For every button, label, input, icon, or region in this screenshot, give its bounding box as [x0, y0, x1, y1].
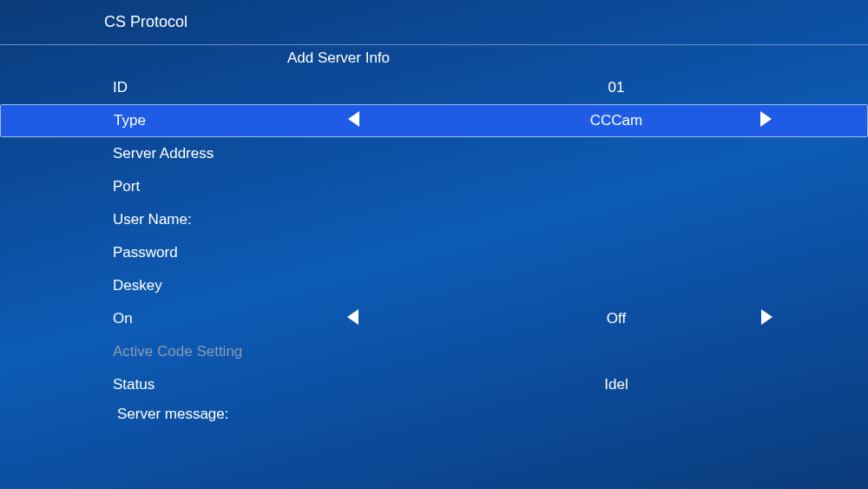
- row-user-name-label: User Name:: [87, 211, 347, 228]
- row-type-label: Type: [88, 112, 348, 129]
- row-id[interactable]: ID 01: [0, 71, 868, 104]
- on-arrow-left-wrap[interactable]: [347, 309, 358, 329]
- row-on[interactable]: On Off: [0, 302, 868, 335]
- type-arrow-right-wrap[interactable]: [760, 111, 772, 131]
- section-title: Add Server Info: [208, 50, 469, 67]
- row-password[interactable]: Password: [0, 236, 868, 269]
- row-id-value-area: 01: [347, 79, 781, 96]
- row-id-label: ID: [87, 79, 347, 96]
- row-server-address[interactable]: Server Address: [0, 137, 868, 170]
- page-header: CS Protocol: [0, 0, 868, 44]
- row-deskey[interactable]: Deskey: [0, 269, 868, 302]
- row-on-label: On: [87, 310, 347, 327]
- chevron-left-icon: [347, 309, 358, 325]
- row-status-label: Status: [87, 376, 347, 393]
- chevron-right-icon: [760, 111, 772, 127]
- row-on-value-area: Off: [347, 310, 781, 327]
- row-deskey-label: Deskey: [87, 277, 347, 294]
- row-server-message: Server message:: [0, 401, 868, 427]
- page-title: CS Protocol: [104, 13, 868, 31]
- chevron-right-icon: [761, 309, 773, 325]
- row-type[interactable]: Type CCCam: [0, 104, 868, 137]
- row-password-label: Password: [87, 244, 347, 261]
- row-port-label: Port: [87, 178, 347, 195]
- row-port[interactable]: Port: [0, 170, 868, 203]
- on-arrow-right-wrap[interactable]: [761, 309, 773, 329]
- chevron-left-icon: [348, 111, 359, 127]
- row-status-value: Idel: [347, 376, 781, 393]
- row-on-value: Off: [347, 310, 781, 327]
- row-type-value: CCCam: [348, 112, 780, 129]
- row-id-value: 01: [347, 79, 781, 96]
- row-active-code-label: Active Code Setting: [87, 343, 347, 360]
- row-user-name[interactable]: User Name:: [0, 203, 868, 236]
- row-active-code: Active Code Setting: [0, 335, 868, 368]
- row-status-value-area: Idel: [347, 376, 781, 393]
- row-status: Status Idel: [0, 368, 868, 401]
- type-arrow-left-wrap[interactable]: [348, 111, 359, 131]
- content-area: Add Server Info ID 01 Type CCCam Server …: [0, 45, 868, 427]
- row-server-message-label: Server message:: [117, 406, 229, 423]
- row-server-address-label: Server Address: [87, 145, 347, 162]
- row-type-value-area: CCCam: [348, 112, 780, 129]
